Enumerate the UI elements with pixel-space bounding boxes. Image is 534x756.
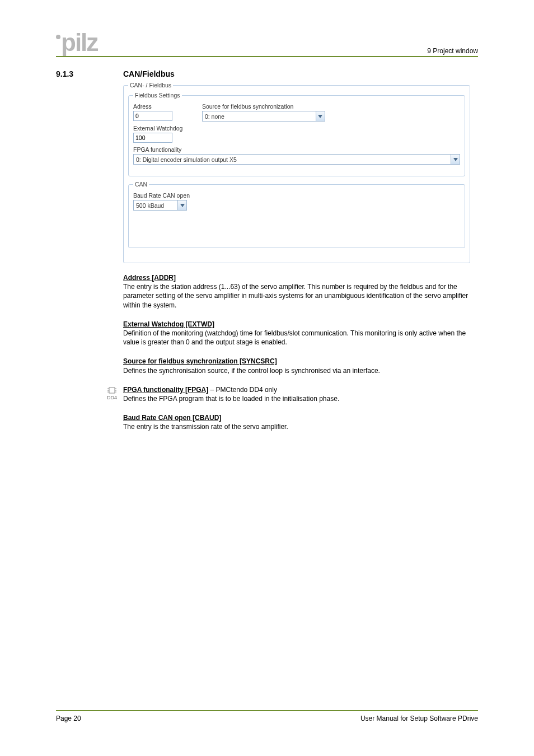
desc-baud-title: Baud Rate CAN open [CBAUD] [123, 413, 478, 422]
dd4-label: DD4 [101, 395, 123, 400]
syncsrc-label: Source for fieldbus synchronization [202, 103, 325, 110]
chevron-down-icon [177, 200, 186, 210]
footer-left: Page 20 [56, 715, 81, 722]
footer-right: User Manual for Setup Software PDrive [360, 715, 478, 722]
desc-baud: Baud Rate CAN open [CBAUD] The entry is … [123, 413, 478, 431]
baud-select[interactable]: 500 kBaud [133, 200, 187, 211]
brand-logo: pilz [56, 31, 97, 54]
fpga-select[interactable]: 0: Digital encoder simulation output X5 [133, 154, 460, 165]
extwd-row: External Watchdog [133, 125, 460, 143]
chevron-down-icon [316, 111, 325, 121]
syncsrc-value: 0: none [205, 113, 224, 120]
extwd-input[interactable] [133, 133, 172, 143]
fieldbus-settings-legend: Fieldbus Settings [133, 92, 182, 99]
form-screenshot: CAN- / Fieldbus Fieldbus Settings Adress… [123, 82, 467, 263]
address-label: Adress [133, 103, 200, 110]
desc-addr: Address [ADDR] The entry is the station … [123, 273, 478, 310]
content-area: 9.1.3 CAN/Fieldbus CAN- / Fieldbus Field… [56, 69, 478, 431]
fpga-value: 0: Digital encoder simulation output X5 [136, 156, 237, 163]
section-number: 9.1.3 [56, 69, 123, 78]
desc-addr-title: Address [ADDR] [123, 273, 478, 282]
baud-row: Baud Rate CAN open 500 kBaud [133, 192, 460, 211]
chevron-down-icon [451, 155, 460, 164]
desc-fpga-title: FPGA functionality [FPGA] [123, 386, 208, 394]
baud-label: Baud Rate CAN open [133, 192, 460, 199]
page-footer: Page 20 User Manual for Setup Software P… [56, 710, 478, 722]
section-title: CAN/Fieldbus [123, 69, 175, 78]
can-group: CAN Baud Rate CAN open 500 kBaud [128, 181, 465, 248]
fpga-label: FPGA functionality [133, 146, 460, 153]
chip-icon [107, 386, 116, 394]
footer-rule [56, 710, 478, 711]
logo-text: pilz [56, 29, 97, 56]
baud-value: 500 kBaud [136, 202, 164, 209]
indented-body: CAN- / Fieldbus Fieldbus Settings Adress… [123, 82, 478, 431]
fieldbus-settings-group: Fieldbus Settings Adress Source for fiel… [128, 92, 465, 176]
desc-extwd-title: External Watchdog [EXTWD] [123, 320, 478, 329]
desc-extwd: External Watchdog [EXTWD] Definition of … [123, 320, 478, 347]
page: pilz 9 Project window 9.1.3 CAN/Fieldbus… [0, 0, 534, 756]
desc-sync-body: Defines the synchronisation source, if t… [123, 366, 478, 375]
address-sync-row: Adress Source for fieldbus synchronizati… [133, 103, 460, 122]
can-fieldbus-group: CAN- / Fieldbus Fieldbus Settings Adress… [123, 82, 470, 263]
desc-extwd-body: Definition of the monitoring (watchdog) … [123, 329, 478, 347]
desc-sync: Source for fieldbus synchronization [SYN… [123, 357, 478, 375]
can-fieldbus-legend: CAN- / Fieldbus [128, 82, 173, 88]
dd4-badge: DD4 [101, 385, 123, 401]
desc-sync-title: Source for fieldbus synchronization [SYN… [123, 357, 478, 366]
desc-baud-body: The entry is the transmission rate of th… [123, 422, 478, 431]
svg-rect-0 [109, 388, 115, 393]
desc-addr-body: The entry is the station address (1...63… [123, 282, 478, 310]
desc-fpga: DD4 FPGA functionality [FPGA] – PMCtendo… [123, 385, 478, 403]
syncsrc-select[interactable]: 0: none [202, 111, 325, 122]
header-breadcrumb: 9 Project window [427, 47, 478, 55]
desc-fpga-body: Defines the FPGA program that is to be l… [123, 394, 339, 403]
fpga-row-form: FPGA functionality 0: Digital encoder si… [133, 146, 460, 165]
can-legend: CAN [133, 181, 149, 188]
address-input[interactable] [133, 111, 172, 121]
desc-fpga-title-line: FPGA functionality [FPGA] – PMCtendo DD4… [123, 385, 339, 394]
header-rule [56, 56, 478, 57]
section-heading-row: 9.1.3 CAN/Fieldbus [56, 69, 478, 78]
extwd-label: External Watchdog [133, 125, 460, 132]
desc-fpga-suffix: – PMCtendo DD4 only [208, 386, 277, 394]
